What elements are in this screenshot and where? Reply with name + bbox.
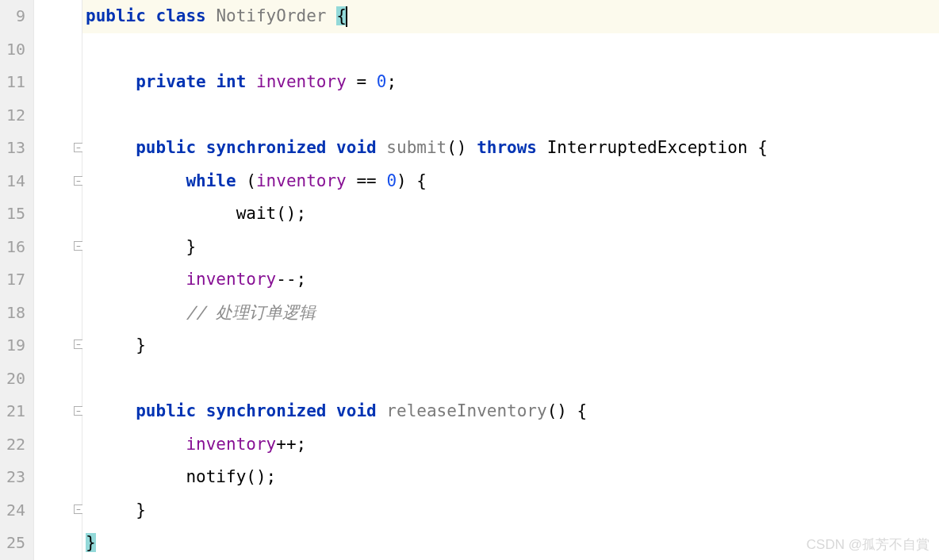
exception-type: InterruptedException xyxy=(547,138,748,157)
code-line[interactable]: inventory++; xyxy=(82,428,939,462)
line-number: 17 xyxy=(0,263,33,297)
field-name: inventory xyxy=(256,171,347,190)
line-number: 18 xyxy=(0,297,33,330)
code-line[interactable] xyxy=(82,33,939,67)
keyword: public xyxy=(86,6,146,25)
keyword: class xyxy=(156,6,206,25)
line-number: 15 xyxy=(0,198,33,231)
code-line[interactable]: wait(); xyxy=(82,198,939,231)
line-number: 19 xyxy=(0,329,33,362)
text-cursor xyxy=(346,6,347,27)
code-line[interactable] xyxy=(82,99,939,132)
code-line[interactable]: } xyxy=(82,231,939,264)
line-number: 16 xyxy=(0,231,33,264)
line-number: 24 xyxy=(0,494,33,527)
code-line[interactable]: } xyxy=(82,494,939,527)
code-line[interactable]: // 处理订单逻辑 xyxy=(82,297,939,330)
line-number-gutter: 9 10 11 12 13 14 15 16 17 18 19 20 21 22… xyxy=(0,0,33,560)
code-line[interactable]: notify(); xyxy=(82,461,939,494)
method-name: releaseInventory xyxy=(386,401,546,420)
line-number: 25 xyxy=(0,527,33,560)
code-line[interactable]: } xyxy=(82,527,939,560)
keyword: void xyxy=(336,138,377,157)
code-line[interactable]: inventory--; xyxy=(82,263,939,297)
code-line[interactable]: public synchronized void releaseInventor… xyxy=(82,395,939,428)
keyword: int xyxy=(216,72,246,91)
keyword: throws xyxy=(477,138,537,157)
number-literal: 0 xyxy=(377,72,387,91)
code-line[interactable] xyxy=(82,362,939,396)
method-call: notify(); xyxy=(186,467,276,486)
field-name: inventory xyxy=(186,435,276,454)
code-line[interactable]: } xyxy=(82,329,939,362)
keyword: synchronized xyxy=(206,138,327,157)
code-line[interactable]: public synchronized void submit() throws… xyxy=(82,132,939,165)
code-line[interactable]: while (inventory == 0) { xyxy=(82,165,939,198)
keyword: synchronized xyxy=(206,401,327,420)
keyword: while xyxy=(186,171,236,190)
code-line[interactable]: private int inventory = 0; xyxy=(82,66,939,99)
comment: // 处理订单逻辑 xyxy=(186,303,316,322)
keyword: public xyxy=(136,401,196,420)
keyword: void xyxy=(336,401,377,420)
line-number: 10 xyxy=(0,33,33,67)
line-number: 9 xyxy=(0,0,33,33)
line-number: 11 xyxy=(0,66,33,99)
field-name: inventory xyxy=(256,72,347,91)
keyword: public xyxy=(136,138,196,157)
number-literal: 0 xyxy=(386,171,397,190)
method-name: submit xyxy=(386,138,447,157)
code-line[interactable]: public class NotifyOrder { xyxy=(82,0,939,33)
code-editor[interactable]: public class NotifyOrder { private int i… xyxy=(82,0,939,560)
line-number: 12 xyxy=(0,99,33,132)
line-number: 13 xyxy=(0,132,33,165)
line-number: 21 xyxy=(0,395,33,428)
method-call: wait(); xyxy=(236,204,307,223)
line-number: 20 xyxy=(0,362,33,396)
line-number: 14 xyxy=(0,165,33,198)
line-number: 22 xyxy=(0,428,33,462)
keyword: private xyxy=(136,72,206,91)
fold-gutter: − − − − − − xyxy=(33,0,82,560)
field-name: inventory xyxy=(186,270,276,289)
class-name: NotifyOrder xyxy=(216,6,326,25)
brace-match-highlight: } xyxy=(86,533,96,552)
line-number: 23 xyxy=(0,461,33,494)
